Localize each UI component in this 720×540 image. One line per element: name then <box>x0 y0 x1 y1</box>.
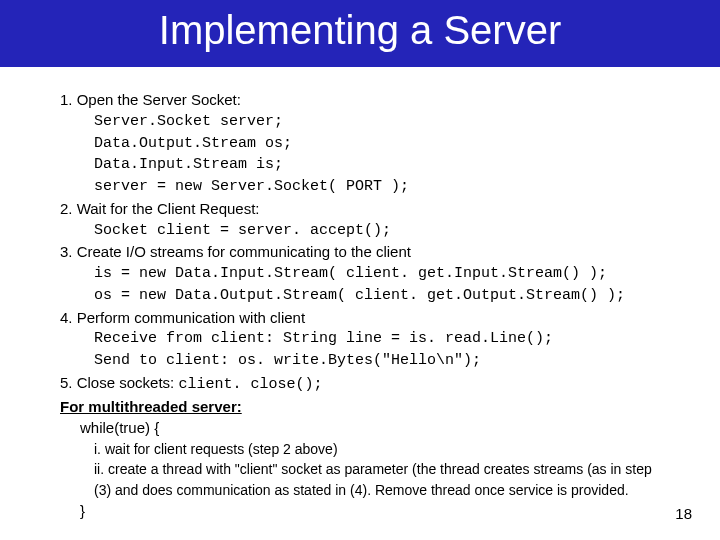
step-4-code: Receive from client: String line = is. r… <box>94 328 660 372</box>
step-5-code: client. close(); <box>178 376 322 393</box>
step-3-label: 3. Create I/O streams for communicating … <box>60 241 660 263</box>
step-4-label: 4. Perform communication with client <box>60 307 660 329</box>
page-number: 18 <box>675 505 692 522</box>
title-band: Implementing a Server <box>0 0 720 67</box>
substep-i: i. wait for client requests (step 2 abov… <box>94 439 660 459</box>
substep-ii: ii. create a thread with "client" socket… <box>94 459 660 500</box>
while-open: while(true) { <box>80 417 660 439</box>
slide-body: 1. Open the Server Socket: Server.Socket… <box>0 67 720 522</box>
multithreaded-heading: For multithreaded server: <box>60 396 660 418</box>
step-5-label: 5. Close sockets: <box>60 374 178 391</box>
slide: Implementing a Server 1. Open the Server… <box>0 0 720 540</box>
step-5-line: 5. Close sockets: client. close(); <box>60 372 660 396</box>
while-close: } <box>80 500 660 522</box>
step-3-code: is = new Data.Input.Stream( client. get.… <box>94 263 660 307</box>
slide-title: Implementing a Server <box>0 8 720 53</box>
step-2-label: 2. Wait for the Client Request: <box>60 198 660 220</box>
step-1-label: 1. Open the Server Socket: <box>60 89 660 111</box>
step-2-code: Socket client = server. accept(); <box>94 220 660 242</box>
step-1-code: Server.Socket server; Data.Output.Stream… <box>94 111 660 198</box>
